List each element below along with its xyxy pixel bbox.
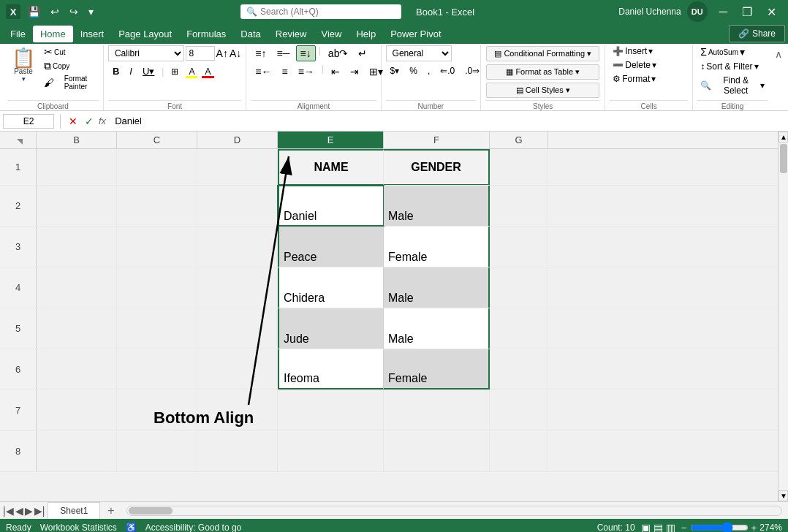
align-right-button[interactable]: ≡→	[294, 64, 319, 80]
menu-file[interactable]: File	[3, 26, 33, 42]
col-header-c[interactable]: C	[117, 132, 197, 148]
align-left-button[interactable]: ≡←	[251, 64, 276, 80]
cell-g2[interactable]	[490, 186, 548, 226]
cell-b3[interactable]	[37, 227, 117, 267]
top-align-button[interactable]: ≡↑	[251, 45, 270, 61]
cell-b5[interactable]	[37, 308, 117, 349]
cell-e6[interactable]: Ifeoma	[278, 349, 384, 390]
cell-g7[interactable]	[490, 390, 548, 430]
menu-view[interactable]: View	[314, 26, 349, 42]
menu-page-layout[interactable]: Page Layout	[111, 26, 179, 42]
cell-d7[interactable]	[197, 390, 278, 430]
font-grow-button[interactable]: A↑	[216, 48, 228, 59]
menu-formulas[interactable]: Formulas	[179, 26, 233, 42]
zoom-in-button[interactable]: +	[751, 522, 757, 533]
cell-c1[interactable]	[117, 149, 197, 185]
scroll-up-button[interactable]: ▲	[778, 132, 788, 142]
cell-e8[interactable]	[278, 431, 384, 471]
cut-button[interactable]: ✂Cut	[41, 45, 99, 58]
cell-f8[interactable]	[384, 431, 490, 471]
cell-g5[interactable]	[490, 308, 548, 349]
cell-g8[interactable]	[490, 431, 548, 471]
cell-g3[interactable]	[490, 227, 548, 267]
cell-f6[interactable]: Female	[384, 349, 490, 390]
menu-home[interactable]: Home	[33, 26, 73, 42]
collapse-ribbon-button[interactable]: ∧	[775, 48, 782, 60]
row-header-7[interactable]: 7	[0, 390, 37, 430]
border-button[interactable]: ⊞	[167, 64, 183, 79]
cell-d4[interactable]	[197, 267, 278, 308]
search-box[interactable]: 🔍	[240, 4, 401, 19]
share-button[interactable]: 🔗Share	[729, 25, 785, 42]
italic-button[interactable]: I	[125, 64, 137, 79]
search-input[interactable]	[260, 7, 392, 17]
decrease-decimal-button[interactable]: ⇐.0	[436, 64, 459, 78]
cell-c5[interactable]	[117, 308, 197, 349]
cell-e7[interactable]	[278, 390, 384, 430]
cell-b6[interactable]	[37, 349, 117, 390]
menu-insert[interactable]: Insert	[73, 26, 112, 42]
cell-e5[interactable]: Jude	[278, 308, 384, 349]
row-header-6[interactable]: 6	[0, 349, 37, 390]
cell-reference-box[interactable]	[3, 114, 54, 129]
comma-button[interactable]: ,	[423, 64, 434, 78]
format-painter-button[interactable]: 🖌Format Painter	[41, 74, 99, 91]
col-header-g[interactable]: G	[490, 132, 548, 148]
cell-f3[interactable]: Female	[384, 227, 490, 267]
paste-button[interactable]: 📋 Paste ▾	[7, 45, 39, 99]
cell-d8[interactable]	[197, 431, 278, 471]
tab-prev-button[interactable]: ◀	[15, 505, 23, 517]
sort-filter-button[interactable]: ↕Sort & Filter▾	[697, 61, 768, 72]
sheet-tab-sheet1[interactable]: Sheet1	[48, 502, 100, 519]
col-header-f[interactable]: F	[384, 132, 490, 148]
col-header-d[interactable]: D	[197, 132, 278, 148]
cell-g1[interactable]	[490, 149, 548, 185]
cell-d6[interactable]	[197, 349, 278, 390]
cell-c4[interactable]	[117, 267, 197, 308]
font-color-button[interactable]: A	[200, 64, 215, 79]
cell-b1[interactable]	[37, 149, 117, 185]
delete-button[interactable]: ➖ Delete ▾	[610, 59, 688, 71]
cell-c7[interactable]	[117, 390, 197, 430]
menu-help[interactable]: Help	[349, 26, 383, 42]
cancel-formula-icon[interactable]: ✕	[67, 115, 80, 127]
row-header-8[interactable]: 8	[0, 431, 37, 471]
middle-align-button[interactable]: ≡─	[272, 45, 294, 61]
menu-power-pivot[interactable]: Power Pivot	[383, 26, 448, 42]
bold-button[interactable]: B	[108, 64, 124, 79]
bottom-align-button[interactable]: ≡↓	[296, 45, 316, 61]
orientation-button[interactable]: ab↷	[324, 45, 353, 61]
font-shrink-button[interactable]: A↓	[230, 48, 241, 59]
cell-e3[interactable]: Peace	[278, 227, 384, 267]
cell-f2[interactable]: Male	[384, 186, 490, 226]
find-select-button[interactable]: 🔍Find & Select▾	[697, 75, 768, 96]
scroll-thumb-vertical[interactable]	[780, 144, 787, 173]
tab-last-button[interactable]: ▶|	[34, 505, 45, 517]
row-header-1[interactable]: 1	[0, 149, 37, 185]
format-button[interactable]: ⚙ Format ▾	[610, 73, 688, 85]
cell-d5[interactable]	[197, 308, 278, 349]
page-layout-view-button[interactable]: ▤	[653, 522, 663, 532]
insert-button[interactable]: ➕ Insert ▾	[610, 45, 688, 57]
decrease-indent-button[interactable]: ⇤	[327, 64, 344, 80]
formula-input[interactable]	[112, 114, 785, 128]
cell-b8[interactable]	[37, 431, 117, 471]
accounting-button[interactable]: $▾	[386, 64, 404, 78]
cell-e4[interactable]: Chidera	[278, 267, 384, 308]
workbook-stats-button[interactable]: Workbook Statistics	[40, 522, 117, 532]
row-header-4[interactable]: 4	[0, 267, 37, 308]
copy-button[interactable]: ⧉Copy	[41, 59, 99, 73]
cell-g4[interactable]	[490, 267, 548, 308]
cell-b4[interactable]	[37, 267, 117, 308]
tab-first-button[interactable]: |◀	[3, 505, 14, 517]
autosum-button[interactable]: ΣAutoSum▾	[697, 45, 768, 58]
tab-next-button[interactable]: ▶	[25, 505, 33, 517]
cell-e2[interactable]: Daniel	[278, 186, 384, 226]
close-button[interactable]: ✕	[761, 4, 782, 20]
zoom-out-button[interactable]: −	[681, 522, 687, 533]
cell-f7[interactable]	[384, 390, 490, 430]
cell-c3[interactable]	[117, 227, 197, 267]
cell-g6[interactable]	[490, 349, 548, 390]
font-size-input[interactable]	[186, 46, 215, 61]
customize-qat-button[interactable]: ▾	[86, 4, 96, 19]
